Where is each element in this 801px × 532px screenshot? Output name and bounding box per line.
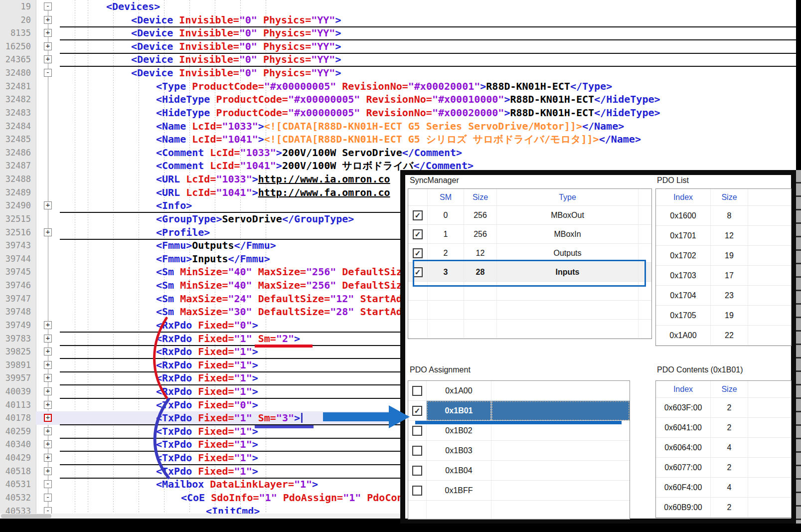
- fold-expand-icon[interactable]: +: [44, 29, 52, 37]
- fold-expand-icon[interactable]: +: [44, 228, 52, 236]
- fold-collapse-icon[interactable]: -: [44, 69, 52, 77]
- fold-expand-icon[interactable]: +: [44, 401, 52, 409]
- checkbox-checked-icon[interactable]: ✓: [413, 229, 423, 239]
- code-line[interactable]: 20+<Device Invisible="0" Physics="YY">: [0, 13, 796, 27]
- pdo-contents-size-cell[interactable]: 4: [711, 438, 748, 458]
- pdo-contents-size-cell[interactable]: 2: [711, 418, 748, 438]
- fold-expand-icon[interactable]: +: [44, 467, 52, 475]
- code-line[interactable]: 32483<HideType ProductCode="#x00000005" …: [0, 106, 796, 120]
- pdo-list-index-cell[interactable]: 0x1705: [656, 306, 711, 326]
- syncmanager-sm-cell[interactable]: 1: [428, 225, 464, 244]
- fold-expand-icon[interactable]: +: [44, 55, 52, 63]
- fold-expand-icon[interactable]: +: [44, 427, 52, 435]
- pdo-list-size-cell[interactable]: 17: [711, 266, 748, 286]
- syncmanager-checkbox-cell[interactable]: ✓: [408, 206, 428, 225]
- fold-expand-icon[interactable]: +: [44, 374, 52, 382]
- syncmanager-checkbox-cell[interactable]: ✓: [408, 263, 428, 282]
- pdo-list-size-cell[interactable]: 23: [711, 286, 748, 306]
- vertical-scrollbar[interactable]: [796, 170, 801, 524]
- checkbox-checked-icon[interactable]: ✓: [413, 210, 423, 220]
- checkbox-unchecked-icon[interactable]: [412, 446, 422, 456]
- fold-expand-icon[interactable]: +: [44, 361, 52, 369]
- checkbox-unchecked-icon[interactable]: [412, 386, 422, 396]
- fold-expand-icon[interactable]: +: [44, 321, 52, 329]
- syncmanager-type-cell[interactable]: MBoxIn: [497, 225, 639, 244]
- pdo-list-size-cell[interactable]: 19: [711, 306, 748, 326]
- syncmanager-size-cell[interactable]: 256: [464, 206, 497, 225]
- syncmanager-size-cell[interactable]: 12: [464, 244, 497, 263]
- fold-expand-icon[interactable]: +: [44, 16, 52, 24]
- pdo-contents-index-cell[interactable]: 0x6064:00: [656, 438, 711, 458]
- pdo-contents-index-cell[interactable]: 0x603F:00: [656, 398, 711, 418]
- syncmanager-sm-cell[interactable]: 2: [428, 244, 464, 263]
- fold-expand-icon[interactable]: +: [44, 454, 52, 462]
- pdo-contents-size-cell[interactable]: 4: [711, 478, 748, 498]
- syncmanager-sm-cell[interactable]: 3: [428, 263, 464, 282]
- checkbox-checked-icon[interactable]: ✓: [413, 267, 423, 277]
- checkbox-unchecked-icon[interactable]: [412, 486, 422, 496]
- pdo-assignment-index-cell[interactable]: 0x1BFF: [427, 481, 491, 501]
- syncmanager-type-cell[interactable]: Inputs: [497, 263, 639, 282]
- checkbox-unchecked-icon[interactable]: [412, 466, 422, 476]
- pdo-list-index-cell[interactable]: 0x1600: [656, 206, 711, 226]
- pdo-list-index-cell[interactable]: 0x1702: [656, 246, 711, 266]
- code-line[interactable]: 32481<Type ProductCode="#x00000005" Revi…: [0, 80, 796, 93]
- pdo-assignment-checkbox-cell[interactable]: [408, 381, 427, 401]
- pdo-contents-index-cell[interactable]: 0x6041:00: [656, 418, 711, 438]
- pdo-assignment-checkbox-cell[interactable]: [408, 481, 427, 501]
- pdo-contents-size-cell[interactable]: 2: [711, 458, 748, 478]
- pdo-assignment-index-cell[interactable]: 0x1B02: [427, 421, 491, 441]
- code-line[interactable]: 32480-<Device Invisible="0" Physics="YY"…: [0, 66, 796, 80]
- code-line[interactable]: 32486<Comment LcId="1033">200V/100W Serv…: [0, 146, 796, 160]
- pdo-list-size-cell[interactable]: 8: [711, 206, 748, 226]
- pdo-contents-index-cell[interactable]: 0x6077:00: [656, 458, 711, 478]
- pdo-assignment-checkbox-cell[interactable]: ✓: [408, 401, 427, 421]
- fold-expand-icon[interactable]: +: [44, 201, 52, 209]
- fold-collapse-icon[interactable]: -: [44, 2, 52, 10]
- code-line[interactable]: 24365+<Device Invisible="0" Physics="YY"…: [0, 53, 796, 66]
- pdo-contents-index-cell[interactable]: 0x60F4:00: [656, 478, 711, 498]
- fold-collapse-icon[interactable]: -: [44, 480, 52, 488]
- code-line[interactable]: 19-<Devices>: [0, 0, 796, 13]
- checkbox-unchecked-icon[interactable]: [412, 426, 422, 436]
- pdo-list-size-cell[interactable]: 12: [711, 226, 748, 246]
- fold-expand-icon[interactable]: +: [44, 335, 52, 343]
- fold-expand-icon[interactable]: +: [44, 414, 52, 422]
- pdo-assignment-index-cell[interactable]: 0x1B01: [427, 401, 491, 421]
- syncmanager-type-cell[interactable]: MBoxOut: [497, 206, 639, 225]
- pdo-list-index-cell[interactable]: 0x1703: [656, 266, 711, 286]
- syncmanager-checkbox-cell[interactable]: ✓: [408, 244, 428, 263]
- pdo-assignment-checkbox-cell[interactable]: [408, 421, 427, 441]
- fold-collapse-icon[interactable]: -: [44, 494, 52, 502]
- horizontal-scrollbar-thumb[interactable]: [1, 514, 51, 518]
- pdo-list-index-cell[interactable]: 0x1704: [656, 286, 711, 306]
- pdo-contents-index-cell[interactable]: 0x60B9:00: [656, 498, 711, 518]
- code-line[interactable]: 8135+<Device Invisible="0" Physics="YY">: [0, 26, 796, 40]
- pdo-assignment-checkbox-cell[interactable]: [408, 461, 427, 481]
- code-line[interactable]: 32482<HideType ProductCode="#x00000005" …: [0, 93, 796, 106]
- code-line[interactable]: 32485<Name LcId="1041"><![CDATA[R88D-KN0…: [0, 133, 796, 146]
- pdo-assignment-index-cell[interactable]: 0x1B04: [427, 461, 491, 481]
- syncmanager-size-cell[interactable]: 28: [464, 263, 497, 282]
- syncmanager-type-cell[interactable]: Outputs: [497, 244, 639, 263]
- fold-expand-icon[interactable]: +: [44, 42, 52, 50]
- pdo-contents-size-cell[interactable]: 2: [711, 398, 748, 418]
- fold-expand-icon[interactable]: +: [44, 348, 52, 355]
- syncmanager-sm-cell[interactable]: 0: [428, 206, 464, 225]
- pdo-list-size-cell[interactable]: 22: [711, 326, 748, 346]
- syncmanager-size-cell[interactable]: 256: [464, 225, 497, 244]
- pdo-contents-size-cell[interactable]: 2: [711, 498, 748, 518]
- pdo-assignment-index-cell[interactable]: 0x1A00: [427, 381, 491, 401]
- fold-expand-icon[interactable]: +: [44, 440, 52, 448]
- pdo-list-index-cell[interactable]: 0x1701: [656, 226, 711, 246]
- pdo-list-size-cell[interactable]: 19: [711, 246, 748, 266]
- code-line[interactable]: 32484<Name LcId="1033"><![CDATA[R88D-KN0…: [0, 120, 796, 133]
- checkbox-checked-icon[interactable]: ✓: [413, 248, 423, 258]
- checkbox-checked-icon[interactable]: ✓: [412, 406, 422, 416]
- pdo-list-index-cell[interactable]: 0x1A00: [656, 326, 711, 346]
- syncmanager-checkbox-cell[interactable]: ✓: [408, 225, 428, 244]
- pdo-assignment-checkbox-cell[interactable]: [408, 441, 427, 461]
- fold-expand-icon[interactable]: +: [44, 387, 52, 395]
- pdo-assignment-index-cell[interactable]: 0x1B03: [427, 441, 491, 461]
- code-line[interactable]: 16250+<Device Invisible="0" Physics="YY"…: [0, 40, 796, 53]
